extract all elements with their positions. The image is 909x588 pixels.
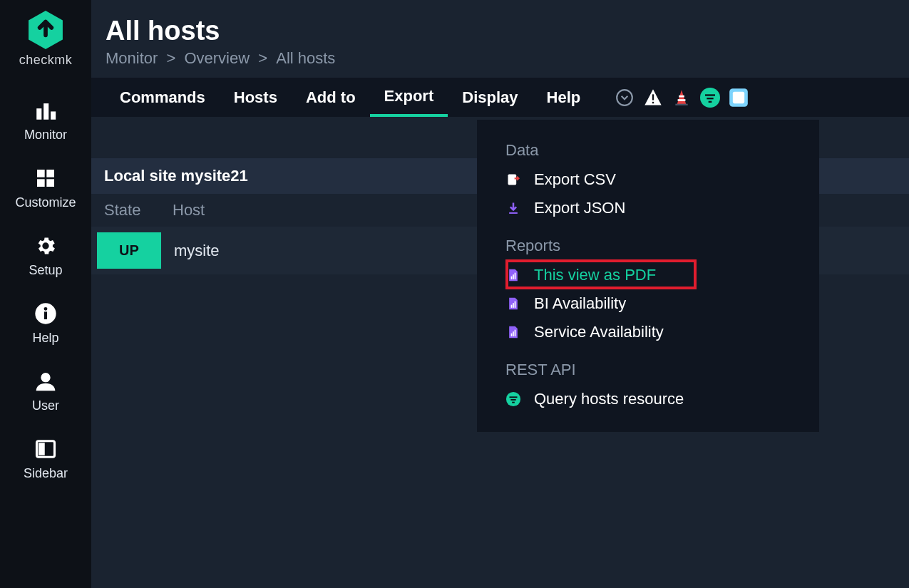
page-title: All hosts xyxy=(106,16,909,46)
svg-rect-16 xyxy=(652,101,654,103)
sidebar-item-customize[interactable]: Customize xyxy=(0,155,91,223)
svg-rect-17 xyxy=(679,95,684,97)
filter-icon[interactable] xyxy=(700,88,720,108)
svg-rect-34 xyxy=(511,334,513,336)
user-icon xyxy=(33,368,58,394)
svg-rect-21 xyxy=(705,94,715,96)
svg-rect-28 xyxy=(511,277,513,279)
dropdown-item-label: Export CSV xyxy=(534,170,616,189)
svg-rect-31 xyxy=(511,305,513,308)
dropdown-item-export-json[interactable]: Export JSON xyxy=(477,194,819,222)
toolbar-export[interactable]: Export xyxy=(370,78,448,117)
svg-rect-18 xyxy=(678,99,686,101)
sidebar-item-sidebar[interactable]: Sidebar xyxy=(0,426,91,494)
svg-rect-30 xyxy=(515,273,516,279)
sidebar-item-user[interactable]: User xyxy=(0,359,91,426)
svg-rect-40 xyxy=(512,402,515,403)
dropdown-item-bi-availability[interactable]: BI Availability xyxy=(477,289,819,318)
toolbar: Commands Hosts Add to Export Display Hel… xyxy=(91,78,909,117)
warning-triangle-icon[interactable] xyxy=(643,88,663,108)
svg-rect-27 xyxy=(509,212,518,214)
export-dropdown: Data Export CSV Export JSON Reports This… xyxy=(477,120,819,432)
svg-rect-23 xyxy=(709,100,712,102)
breadcrumb: Monitor > Overview > All hosts xyxy=(106,49,909,68)
svg-rect-3 xyxy=(51,111,56,119)
sidebar-label: Help xyxy=(32,331,58,346)
grid-icon xyxy=(33,165,58,191)
svg-rect-35 xyxy=(513,331,514,336)
sidebar-label: Setup xyxy=(29,263,62,278)
dropdown-item-label: Query hosts resource xyxy=(534,390,684,408)
rest-api-icon xyxy=(505,391,521,407)
toolbar-display[interactable]: Display xyxy=(448,78,532,117)
state-badge-up: UP xyxy=(97,232,161,269)
svg-rect-38 xyxy=(510,396,518,398)
report-icon xyxy=(505,324,521,340)
svg-rect-7 xyxy=(46,179,54,187)
export-csv-icon xyxy=(505,172,521,187)
toolbar-hosts[interactable]: Hosts xyxy=(220,78,292,117)
info-icon xyxy=(33,301,58,326)
svg-point-10 xyxy=(44,307,48,311)
svg-rect-29 xyxy=(513,274,514,279)
sidebar-label: User xyxy=(32,398,59,413)
svg-rect-9 xyxy=(44,311,47,319)
svg-rect-4 xyxy=(37,170,45,177)
dropdown-section-data: Data xyxy=(477,134,819,165)
page-header: All hosts Monitor > Overview > All hosts xyxy=(91,0,909,68)
dropdown-section-reports: Reports xyxy=(477,229,819,261)
toolbar-help[interactable]: Help xyxy=(533,78,595,117)
svg-point-11 xyxy=(41,373,50,382)
gear-icon xyxy=(33,233,58,259)
brand: checkmk xyxy=(19,9,73,68)
main: All hosts Monitor > Overview > All hosts… xyxy=(91,0,909,588)
dropdown-item-this-view-as-pdf[interactable]: This view as PDF xyxy=(477,261,819,289)
checkbox-icon[interactable] xyxy=(729,88,749,108)
svg-rect-15 xyxy=(652,94,654,100)
dropdown-item-label: Service Availability xyxy=(534,323,664,341)
sidebar: checkmk Monitor Customize Setup Help Use… xyxy=(0,0,91,588)
report-icon xyxy=(505,296,521,311)
svg-rect-36 xyxy=(515,330,516,336)
svg-rect-5 xyxy=(46,170,54,177)
download-icon xyxy=(505,200,521,216)
svg-rect-39 xyxy=(510,399,515,401)
toolbar-add-to[interactable]: Add to xyxy=(292,78,370,117)
sidebar-label: Monitor xyxy=(24,128,67,143)
toolbar-status-icons xyxy=(615,78,749,117)
column-header-state[interactable]: State xyxy=(104,201,173,220)
svg-rect-6 xyxy=(37,179,45,187)
svg-rect-25 xyxy=(733,91,744,103)
svg-rect-19 xyxy=(676,103,688,105)
brand-label: checkmk xyxy=(19,53,73,68)
sidebar-item-help[interactable]: Help xyxy=(0,291,91,359)
sidebar-item-monitor[interactable]: Monitor xyxy=(0,88,91,155)
toolbar-commands[interactable]: Commands xyxy=(106,78,220,117)
chevron-down-circle-icon[interactable] xyxy=(615,88,635,108)
dropdown-item-label: BI Availability xyxy=(534,294,626,313)
svg-rect-22 xyxy=(707,98,714,99)
report-icon xyxy=(505,267,521,283)
sidebar-label: Customize xyxy=(15,195,76,210)
svg-rect-13 xyxy=(38,443,45,455)
dropdown-item-export-csv[interactable]: Export CSV xyxy=(477,165,819,194)
svg-rect-2 xyxy=(43,103,48,120)
sidebar-item-setup[interactable]: Setup xyxy=(0,223,91,291)
traffic-cone-icon[interactable] xyxy=(672,88,692,108)
svg-rect-26 xyxy=(508,175,517,185)
dropdown-item-service-availability[interactable]: Service Availability xyxy=(477,318,819,346)
panel-icon xyxy=(33,436,58,462)
dropdown-item-query-hosts-resource[interactable]: Query hosts resource xyxy=(477,385,819,413)
sidebar-label: Sidebar xyxy=(24,466,68,481)
dropdown-item-label: This view as PDF xyxy=(534,266,656,284)
breadcrumb-item[interactable]: Monitor xyxy=(106,49,158,67)
checkmk-logo-icon xyxy=(27,9,64,51)
svg-rect-32 xyxy=(513,303,514,308)
bars-icon xyxy=(33,98,58,123)
breadcrumb-item[interactable]: All hosts xyxy=(276,49,335,67)
host-cell[interactable]: mysite xyxy=(161,242,220,260)
dropdown-section-restapi: REST API xyxy=(477,354,819,385)
breadcrumb-item[interactable]: Overview xyxy=(184,49,250,67)
svg-rect-1 xyxy=(36,108,41,120)
svg-rect-33 xyxy=(515,301,516,308)
